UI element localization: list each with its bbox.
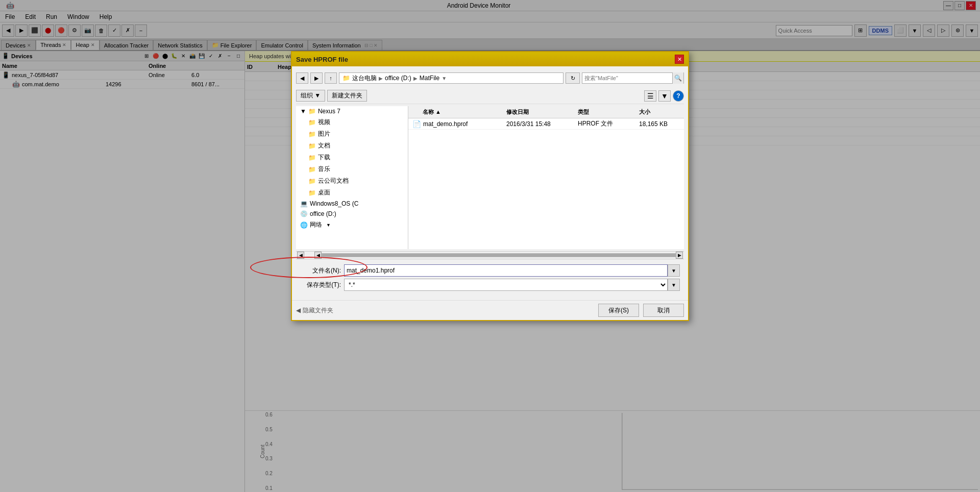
input-area: 文件名(N): ▼ 保存类型(T): *.* ▼: [296, 261, 684, 296]
file-doc-icon: 📄: [412, 120, 421, 128]
search-box: 🔍: [582, 72, 684, 84]
dialog-actions: 保存(S) 取消: [598, 304, 684, 317]
new-folder-button[interactable]: 新建文件夹: [327, 90, 367, 102]
filetype-dropdown[interactable]: ▼: [668, 279, 680, 291]
folder-icon: 📁: [308, 178, 316, 185]
folder-icon: 📁: [308, 166, 316, 173]
tree-item-downloads[interactable]: 📁 下载: [296, 152, 408, 163]
dialog-title: Save HPROF file: [296, 56, 348, 63]
file-name-cell: 📄 mat_demo.hprof: [412, 120, 506, 128]
tree-item-office-d[interactable]: 💿 office (D:): [296, 209, 408, 219]
tree-item-network[interactable]: 🌐 网络 ▼: [296, 219, 408, 231]
scroll-left-btn[interactable]: ◀: [297, 252, 304, 259]
dialog-title-bar: Save HPROF file ✕: [292, 52, 688, 66]
disc-icon: 💿: [300, 210, 308, 217]
scroll-area: ◀ ◀ ▶: [296, 251, 684, 259]
hide-folders-toggle[interactable]: ◀ 隐藏文件夹: [296, 306, 333, 315]
tree-folder-icon: ▼: [300, 108, 306, 115]
save-dialog: Save HPROF file ✕ ◀ ▶ ↑ 📁 这台电脑 ▶ office …: [291, 51, 689, 321]
folder-icon: 📁: [308, 189, 316, 196]
folder-tree: ▼ 📁 Nexus 7 📁 视频 📁 图片 📁 文档: [296, 106, 408, 249]
file-row-hprof[interactable]: 📄 mat_demo.hprof 2016/3/31 15:48 HPROF 文…: [408, 118, 684, 130]
file-col-type: 类型: [578, 108, 639, 116]
folder-icon: 📁: [308, 154, 316, 161]
organize-bar: 组织 ▼ 新建文件夹 ☰ ▼ ?: [296, 88, 684, 104]
hide-icon: ◀: [296, 307, 301, 314]
dialog-close-button[interactable]: ✕: [675, 55, 684, 64]
view-dropdown-button[interactable]: ▼: [658, 90, 671, 102]
nav-refresh-button[interactable]: ↻: [566, 72, 580, 84]
search-icon-btn[interactable]: 🔍: [672, 72, 683, 84]
organize-right: ☰ ▼ ?: [644, 90, 684, 102]
tree-item-cloud[interactable]: 📁 云公司文档: [296, 175, 408, 187]
filename-label: 文件名(N):: [300, 266, 341, 275]
nav-back-button[interactable]: ◀: [296, 72, 308, 84]
hide-folders-label: 隐藏文件夹: [303, 306, 333, 315]
nav-up-button[interactable]: ↑: [325, 72, 337, 84]
explorer-content: ▼ 📁 Nexus 7 📁 视频 📁 图片 📁 文档: [296, 106, 684, 249]
scroll-right-btn[interactable]: ▶: [676, 252, 683, 259]
network-icon: 🌐: [300, 222, 308, 229]
file-col-name: 名称 ▲: [412, 108, 506, 116]
scroll-track[interactable]: [322, 253, 676, 257]
cancel-button[interactable]: 取消: [643, 304, 684, 317]
file-list: 名称 ▲ 修改日期 类型 大小 📄 mat_demo.hprof 2016/3/…: [408, 106, 684, 249]
tree-item-win8[interactable]: 💻 Windows8_OS (C: [296, 199, 408, 209]
nav-forward-button[interactable]: ▶: [310, 72, 323, 84]
dialog-bottom: ◀ 隐藏文件夹 保存(S) 取消: [292, 300, 688, 320]
filename-dropdown[interactable]: ▼: [668, 264, 680, 277]
filetype-select[interactable]: *.*: [344, 279, 668, 291]
breadcrumb-part-3[interactable]: MatFile: [420, 75, 439, 82]
view-list-button[interactable]: ☰: [644, 90, 656, 102]
breadcrumb-part-1[interactable]: 这台电脑: [352, 74, 377, 83]
folder-icon: 📁: [308, 142, 316, 150]
nav-bar: ◀ ▶ ↑ 📁 这台电脑 ▶ office (D:) ▶ MatFile ▼ ↻…: [296, 70, 684, 86]
organize-left: 组织 ▼ 新建文件夹: [296, 90, 367, 102]
tree-item-desktop[interactable]: 📁 桌面: [296, 187, 408, 199]
filename-row: 文件名(N): ▼: [300, 264, 680, 277]
dialog-body: ◀ ▶ ↑ 📁 这台电脑 ▶ office (D:) ▶ MatFile ▼ ↻…: [292, 66, 688, 300]
dialog-overlay: Save HPROF file ✕ ◀ ▶ ↑ 📁 这台电脑 ▶ office …: [0, 0, 980, 492]
search-input[interactable]: [582, 73, 672, 83]
drive-icon: 💻: [300, 200, 308, 207]
breadcrumb-icon: 📁: [342, 75, 350, 82]
folder-icon: 📁: [308, 108, 316, 115]
tree-item-docs[interactable]: 📁 文档: [296, 140, 408, 152]
filename-input[interactable]: [344, 264, 668, 277]
file-list-header: 名称 ▲ 修改日期 类型 大小: [408, 106, 684, 118]
scroll-left2-btn[interactable]: ◀: [314, 252, 322, 259]
scroll-thumb: [322, 254, 675, 257]
help-button[interactable]: ?: [673, 90, 684, 102]
file-col-date: 修改日期: [506, 108, 578, 116]
tree-item-images[interactable]: 📁 图片: [296, 128, 408, 140]
breadcrumb: 📁 这台电脑 ▶ office (D:) ▶ MatFile ▼: [339, 72, 564, 84]
breadcrumb-part-2[interactable]: office (D:): [385, 75, 411, 82]
organize-button[interactable]: 组织 ▼: [296, 90, 325, 102]
folder-icon: 📁: [308, 119, 316, 126]
file-col-size: 大小: [639, 108, 680, 116]
filetype-label: 保存类型(T):: [300, 281, 341, 289]
tree-item-video[interactable]: 📁 视频: [296, 116, 408, 128]
tree-item-music[interactable]: 📁 音乐: [296, 163, 408, 175]
tree-item-nexus7[interactable]: ▼ 📁 Nexus 7: [296, 106, 408, 116]
save-button[interactable]: 保存(S): [598, 304, 639, 317]
folder-icon: 📁: [308, 131, 316, 138]
filetype-row: 保存类型(T): *.* ▼: [300, 279, 680, 291]
